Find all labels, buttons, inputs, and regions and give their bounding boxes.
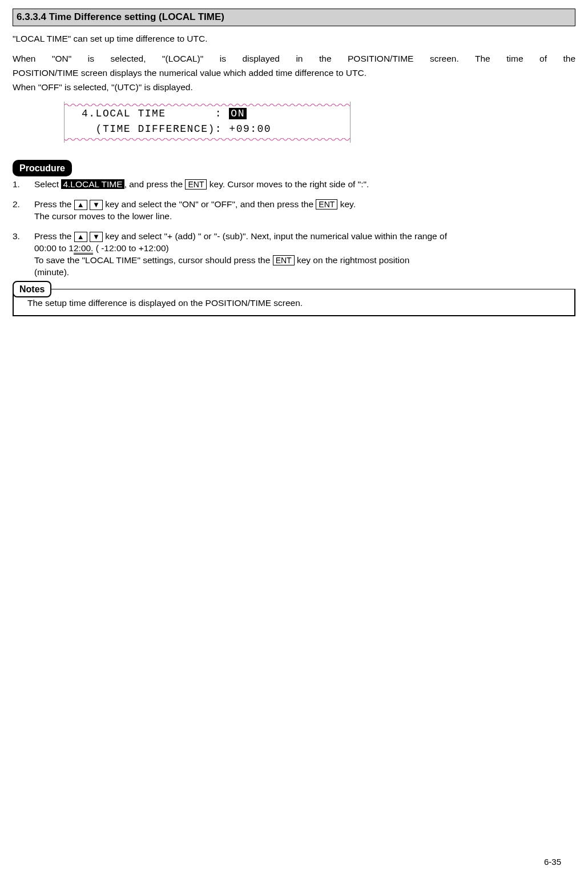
- lcd-on-value: ON: [229, 108, 247, 119]
- notes-section: Notes The setup time difference is displ…: [13, 289, 575, 316]
- procedure-steps: 1. Select 4.LOCAL TIME, and press the EN…: [13, 179, 575, 278]
- up-arrow-key: ▲: [74, 232, 87, 242]
- lcd-line-2: (TIME DIFFERENCE): +09:00: [82, 122, 344, 137]
- intro-line2a: When "ON" is selected, "(LOCAL)" is disp…: [13, 53, 575, 65]
- s2-post: key.: [337, 199, 356, 209]
- s2-pre: Press the: [34, 199, 74, 209]
- down-arrow-key: ▼: [90, 200, 103, 210]
- procedure-label: Procudure: [13, 160, 72, 177]
- notes-label: Notes: [13, 281, 51, 298]
- s3-pre: Press the: [34, 231, 74, 241]
- s3-line3b: key on the rightmost position: [295, 255, 410, 265]
- section-title: 6.3.3.4 Time Difference setting (LOCAL T…: [17, 11, 224, 22]
- s1-pre: Select: [34, 179, 61, 189]
- s3-line2b: ( -12:00 to +12:00): [93, 243, 168, 253]
- s3-line2a: 00:00 to 1: [34, 243, 74, 253]
- up-arrow-key: ▲: [74, 200, 87, 210]
- down-arrow-key: ▼: [90, 232, 103, 242]
- ent-key: ENT: [185, 179, 207, 190]
- step-1-body: Select 4.LOCAL TIME, and press the ENT k…: [34, 179, 575, 191]
- intro-line1: "LOCAL TIME" can set up time difference …: [13, 33, 575, 45]
- intro-text: "LOCAL TIME" can set up time difference …: [13, 33, 575, 94]
- step-3-body: Press the ▲ ▼ key and select "+ (add) " …: [34, 231, 575, 279]
- s3-dbl: 2:00.: [74, 243, 93, 255]
- intro-line2b: POSITION/TIME screen displays the numeri…: [13, 67, 575, 79]
- notes-box: The setup time difference is displayed o…: [13, 289, 575, 316]
- wavy-bottom: [65, 138, 350, 143]
- section-header: 6.3.3.4 Time Difference setting (LOCAL T…: [13, 9, 575, 26]
- step-1: 1. Select 4.LOCAL TIME, and press the EN…: [13, 179, 575, 191]
- lcd-display: 4.LOCAL TIME : ON (TIME DIFFERENCE): +09…: [64, 102, 351, 143]
- step-2: 2. Press the ▲ ▼ key and select the "ON"…: [13, 199, 575, 223]
- lcd-line-1: 4.LOCAL TIME : ON: [82, 106, 344, 122]
- s1-mid: , and press the: [124, 179, 186, 189]
- s2-mid: key and select the "ON" or "OFF", and th…: [103, 199, 316, 209]
- ent-key: ENT: [316, 199, 337, 210]
- step-2-num: 2.: [13, 199, 34, 223]
- s2-line2: The cursor moves to the lower line.: [34, 211, 172, 221]
- intro-line3: When "OFF" is selected, "(UTC)" is displ…: [13, 82, 575, 94]
- ent-key: ENT: [273, 255, 295, 265]
- s3-mid: key and select "+ (add) " or "- (sub)". …: [103, 231, 447, 241]
- s1-highlight: 4.LOCAL TIME: [61, 179, 124, 189]
- s3-line3a: To save the "LOCAL TIME" settings, curso…: [34, 255, 273, 265]
- wavy-top: [65, 102, 350, 106]
- step-2-body: Press the ▲ ▼ key and select the "ON" or…: [34, 199, 575, 223]
- s3-line4: (minute).: [34, 267, 69, 277]
- s1-post: key. Cursor moves to the right side of "…: [207, 179, 369, 189]
- step-1-num: 1.: [13, 179, 34, 191]
- page-number: 6-35: [544, 856, 561, 868]
- step-3-num: 3.: [13, 231, 34, 279]
- lcd-line1-pre: 4.LOCAL TIME :: [82, 108, 229, 119]
- notes-text: The setup time difference is displayed o…: [27, 298, 303, 308]
- step-3: 3. Press the ▲ ▼ key and select "+ (add)…: [13, 231, 575, 279]
